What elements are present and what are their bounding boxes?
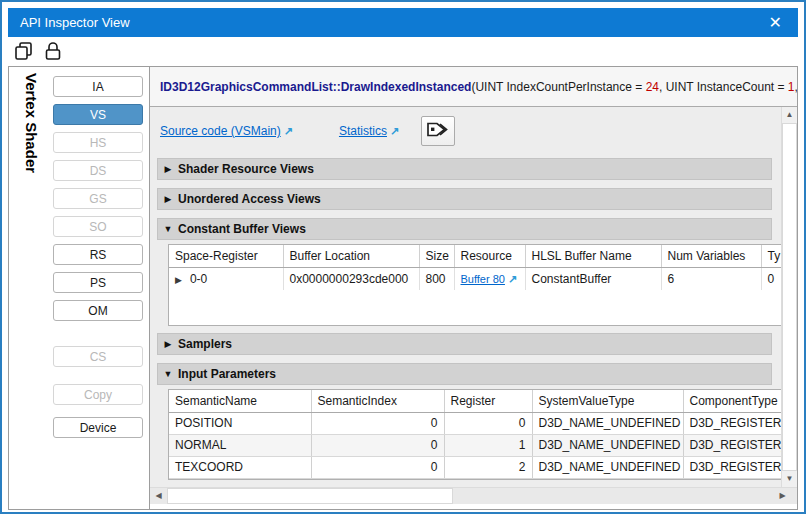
stage-button-ia[interactable]: IA (53, 76, 143, 97)
cbv-num-variables: 6 (661, 267, 761, 290)
stage-button-so: SO (53, 216, 143, 237)
system-value-type: D3D_NAME_UNDEFINED (532, 456, 683, 478)
register: 1 (444, 434, 532, 456)
component-type: D3D_REGISTER_ (683, 456, 781, 478)
source-code-link[interactable]: Source code (VSMain) (160, 124, 281, 138)
row-expander-icon[interactable]: ▶ (175, 275, 182, 285)
stage-button-hs: HS (53, 132, 143, 153)
show-tags-button[interactable] (421, 116, 455, 146)
input-row-normal: NORMAL 0 1 D3D_NAME_UNDEFINED D3D_REGIST… (169, 434, 781, 456)
api-inspector-window: API Inspector View ✕ Vertex Shader (0, 0, 806, 519)
col-header-semantic-name[interactable]: SemanticName (169, 390, 311, 412)
external-link-icon: ↗ (390, 125, 399, 137)
system-value-type: D3D_NAME_UNDEFINED (532, 412, 683, 434)
semantic-name: TEXCOORD (169, 456, 311, 478)
section-label: Input Parameters (178, 367, 276, 381)
api-call-header: ID3D12GraphicsCommandList::DrawIndexedIn… (150, 67, 797, 107)
input-row-texcoord: TEXCOORD 0 2 D3D_NAME_UNDEFINED D3D_REGI… (169, 456, 781, 478)
stage-button-cs: CS (53, 346, 143, 367)
stage-button-ps[interactable]: PS (53, 272, 143, 293)
pipeline-stage-sidebar: Vertex Shader IA VS HS DS GS SO RS PS OM… (9, 67, 150, 509)
stage-button-om[interactable]: OM (53, 300, 143, 321)
section-constant-buffer-views[interactable]: ▼ Constant Buffer Views (157, 218, 772, 240)
input-parameters-table: SemanticName SemanticIndex Register Syst… (168, 389, 781, 480)
scroll-up-icon[interactable]: ▲ (782, 107, 797, 123)
col-header-system-value-type[interactable]: SystemValueType (532, 390, 683, 412)
section-label: Unordered Access Views (178, 192, 321, 206)
content-area: ID3D12GraphicsCommandList::DrawIndexedIn… (150, 67, 797, 509)
lock-view-button[interactable] (41, 40, 65, 64)
col-header-hlsl-buffer-name[interactable]: HLSL Buffer Name (525, 245, 661, 267)
constant-buffer-views-table: Space-Register Buffer Location Size Reso… (168, 244, 781, 326)
input-row-position: POSITION 0 0 D3D_NAME_UNDEFINED D3D_REGI… (169, 412, 781, 434)
copy-view-button[interactable] (12, 40, 36, 64)
section-shader-resource-views[interactable]: ▶ Shader Resource Views (157, 158, 772, 180)
cbv-header-row: Space-Register Buffer Location Size Reso… (169, 245, 781, 267)
main-panel: Vertex Shader IA VS HS DS GS SO RS PS OM… (8, 66, 798, 510)
copy-icon (13, 50, 35, 65)
stage-button-rs[interactable]: RS (53, 244, 143, 265)
section-samplers[interactable]: ▶ Samplers (157, 333, 772, 355)
api-arg1-label: (UINT IndexCountPerInstance = (471, 80, 645, 94)
col-header-semantic-index[interactable]: SemanticIndex (311, 390, 444, 412)
external-link-icon: ↗ (284, 125, 293, 137)
horizontal-scrollbar-thumb[interactable] (167, 488, 453, 504)
api-arg2-value: 1 (788, 80, 795, 94)
semantic-name: POSITION (169, 412, 311, 434)
collapsed-triangle-icon[interactable]: ▶ (158, 194, 178, 204)
api-method-name: ID3D12GraphicsCommandList::DrawIndexedIn… (160, 80, 471, 94)
cbv-space-register: 0-0 (190, 272, 207, 286)
toolbar (12, 40, 65, 64)
col-header-num-variables[interactable]: Num Variables (661, 245, 761, 267)
api-args-tail: , UINT Sta... (795, 80, 797, 94)
stage-button-device[interactable]: Device (53, 417, 143, 438)
stage-button-ds: DS (53, 160, 143, 181)
system-value-type: D3D_NAME_UNDEFINED (532, 434, 683, 456)
semantic-index: 0 (311, 456, 444, 478)
semantic-index: 0 (311, 412, 444, 434)
col-header-register[interactable]: Register (444, 390, 532, 412)
cbv-hlsl-buffer-name: ConstantBuffer (525, 267, 661, 290)
col-header-buffer-location[interactable]: Buffer Location (283, 245, 419, 267)
col-header-size[interactable]: Size (419, 245, 454, 267)
section-label: Samplers (178, 337, 232, 351)
scroll-left-icon[interactable]: ◀ (150, 488, 167, 504)
stage-button-copy: Copy (53, 384, 143, 405)
statistics-link[interactable]: Statistics (339, 124, 387, 138)
col-header-resource[interactable]: Resource (454, 245, 525, 267)
section-input-parameters[interactable]: ▼ Input Parameters (157, 363, 772, 385)
section-label: Constant Buffer Views (178, 222, 306, 236)
stage-button-gs: GS (53, 188, 143, 209)
horizontal-scrollbar: ◀ ▶ (150, 487, 797, 504)
collapsed-triangle-icon[interactable]: ▶ (158, 164, 178, 174)
col-header-type[interactable]: Ty (761, 245, 781, 267)
component-type: D3D_REGISTER_ (683, 412, 781, 434)
scroll-down-icon[interactable]: ▼ (782, 471, 797, 487)
close-icon[interactable]: ✕ (765, 15, 786, 31)
lock-icon (42, 50, 64, 65)
stage-button-column: IA VS HS DS GS SO RS PS OM CS Copy Devic… (53, 76, 143, 445)
semantic-name: NORMAL (169, 434, 311, 456)
expanded-triangle-icon[interactable]: ▼ (158, 369, 178, 379)
register: 2 (444, 456, 532, 478)
title-bar[interactable]: API Inspector View ✕ (8, 8, 798, 37)
window-title: API Inspector View (20, 15, 765, 30)
col-header-space-register[interactable]: Space-Register (169, 245, 283, 267)
cbv-row: ▶0-0 0x0000000293cde000 800 Buffer 80↗ C… (169, 267, 781, 290)
stage-button-vs[interactable]: VS (53, 104, 143, 125)
col-header-component-type[interactable]: ComponentType (683, 390, 781, 412)
collapsed-triangle-icon[interactable]: ▶ (158, 339, 178, 349)
register: 0 (444, 412, 532, 434)
sections: ▶ Shader Resource Views ▶ Unordered Acce… (150, 151, 781, 480)
component-type: D3D_REGISTER_ (683, 434, 781, 456)
scroll-right-icon[interactable]: ▶ (774, 488, 791, 504)
scroll-content: Source code (VSMain)↗ Statistics↗ (150, 107, 781, 487)
cbv-type: 0 (761, 267, 781, 290)
expanded-triangle-icon[interactable]: ▼ (158, 224, 178, 234)
buffer-resource-link[interactable]: Buffer 80 (461, 273, 505, 285)
section-unordered-access-views[interactable]: ▶ Unordered Access Views (157, 188, 772, 210)
vertical-scrollbar: ▲ ▼ (781, 107, 797, 487)
cbv-size: 800 (419, 267, 454, 290)
vertical-scrollbar-thumb[interactable] (782, 123, 797, 471)
tag-icon (426, 120, 450, 142)
